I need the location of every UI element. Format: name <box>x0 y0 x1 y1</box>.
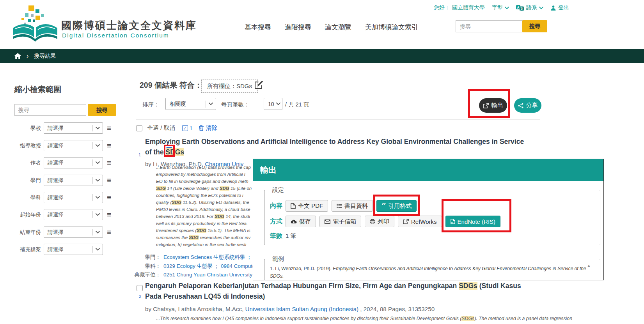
endnote-ris-button[interactable]: R EndNote (RIS) <box>445 216 501 227</box>
subject-select[interactable]: 請選擇 <box>44 192 103 203</box>
translate-icon: A文 <box>516 5 524 11</box>
clear-selection[interactable]: 清除 <box>206 124 218 132</box>
nav-pqdt-index[interactable]: 美加博碩論文索引 <box>365 23 418 32</box>
byline-university-link[interactable]: Universitas Islam Sultan Agung (Indonesi… <box>245 306 358 312</box>
nav-advanced-search[interactable]: 進階搜尋 <box>285 23 311 32</box>
chevron-down-icon <box>96 127 100 129</box>
logo-book-icon <box>12 5 58 42</box>
export-button[interactable]: 輸出 <box>479 98 507 113</box>
abstract-line: empowered by methodologies from Artifici… <box>156 171 252 178</box>
ris-file-icon: R <box>451 219 455 224</box>
svg-text:A: A <box>517 5 519 9</box>
start-year-select[interactable]: 請選擇 <box>44 209 103 220</box>
result-title[interactable]: Employing Earth Observations and Artific… <box>145 136 530 158</box>
export-icon <box>483 103 489 108</box>
meta-value-link[interactable]: Ecosystem Sciences 生態系統科學 ； Engin <box>163 253 267 261</box>
school-select[interactable]: 請選擇 <box>44 122 103 134</box>
modal-title: 輸出 <box>253 159 603 181</box>
supplement-select[interactable]: 請選擇 <box>44 244 103 255</box>
trash-icon[interactable] <box>199 125 204 131</box>
save-button[interactable]: 儲存 <box>286 216 316 227</box>
byline-details: , 2024, 88 Pages, 31353250 <box>358 306 435 312</box>
selected-check-icon: ✓ <box>182 125 188 131</box>
logo[interactable] <box>12 5 58 42</box>
printer-icon <box>370 219 375 224</box>
refine-search-input[interactable] <box>14 104 86 116</box>
chevron-down-icon <box>539 7 543 9</box>
count-label: 筆數 <box>270 232 286 240</box>
chevron-down-icon <box>505 7 509 9</box>
export-modal: 輸出 設定 內容 全文 PDF 書目資料 <box>253 159 604 280</box>
filter-row-subject: 學科 請選擇 ≡ <box>14 192 119 203</box>
per-page-select[interactable]: 10 <box>264 98 282 110</box>
filter-row-end-year: 結束年份 請選擇 ≡ <box>14 227 119 238</box>
filter-row-start-year: 起始年份 請選擇 ≡ <box>14 209 119 220</box>
main-nav: 基本搜尋 進階搜尋 論文瀏覽 美加博碩論文索引 <box>245 23 418 32</box>
scroll-up-icon[interactable]: ▲ <box>587 264 591 267</box>
total-pages: / 共 21 頁 <box>285 101 309 108</box>
method-label: 方式 <box>270 218 286 226</box>
font-size-menu[interactable]: 字型 <box>492 4 509 11</box>
greeting-label: 您好： <box>434 4 450 11</box>
language-menu[interactable]: A文 語系 <box>516 4 543 11</box>
svg-text:R: R <box>451 221 453 224</box>
home-icon[interactable] <box>14 53 21 59</box>
chevron-down-icon <box>209 103 213 105</box>
result-snippet: ...This research examines how LQ45 compa… <box>156 316 572 321</box>
list-menu-icon[interactable]: ≡ <box>107 142 111 149</box>
edit-query-icon[interactable] <box>254 80 263 89</box>
author-select[interactable]: 請選擇 <box>44 157 103 168</box>
chevron-down-icon <box>96 196 100 199</box>
advisor-select[interactable]: 請選擇 <box>44 140 103 151</box>
filter-row-supplement: 補充檔案 請選擇 <box>14 244 119 255</box>
content-label: 內容 <box>270 202 286 210</box>
filter-label: 補充檔案 <box>14 246 41 253</box>
pdf-file-icon <box>291 203 296 209</box>
share-button-label: 分享 <box>526 102 538 109</box>
select-all-checkbox[interactable] <box>136 125 142 131</box>
person-icon <box>550 5 556 11</box>
greeting: 您好： 國立體育大學 <box>434 4 485 11</box>
cloud-download-icon <box>291 219 297 224</box>
header-search-button[interactable]: 搜尋 <box>522 20 547 32</box>
language-menu-label: 語系 <box>526 4 537 11</box>
bibliographic-data-button[interactable]: 書目資料 <box>332 200 373 212</box>
result-abstract: ...Earth Observation (EO) data provides … <box>156 164 252 248</box>
result-title[interactable]: Pengaruh Pelaporan Keberlanjutan Terhada… <box>145 281 523 302</box>
citation-authors: Li, Wenzhao, Ph.D. (2019). <box>275 266 332 271</box>
list-menu-icon[interactable]: ≡ <box>107 124 111 132</box>
print-button[interactable]: 列印 <box>365 216 394 227</box>
meta-value-link[interactable]: 0329 Ecology 生態學 ； 0984 Computer Sc <box>163 262 265 270</box>
abstract-line: summarizes the SDG researches the author… <box>156 234 252 241</box>
share-button[interactable]: 分享 <box>514 98 541 113</box>
export-settings: 設定 內容 全文 PDF 書目資料 <box>264 186 600 245</box>
list-menu-icon[interactable]: ≡ <box>107 159 111 166</box>
logout-link[interactable]: 登出 <box>550 4 569 11</box>
citation-format-button[interactable]: ” 引用格式 <box>376 200 417 212</box>
list-menu-icon[interactable]: ≡ <box>107 228 111 236</box>
result-checkbox[interactable] <box>137 285 143 291</box>
meta-value-link[interactable]: 0251 Chung Yuan Christian University <box>163 271 252 278</box>
email-button[interactable]: 電子信箱 <box>319 216 361 227</box>
sort-select[interactable]: 相關度 <box>165 98 216 110</box>
fulltext-pdf-button[interactable]: 全文 PDF <box>286 200 328 212</box>
chevron-down-icon <box>96 179 100 182</box>
nav-browse[interactable]: 論文瀏覽 <box>325 23 351 32</box>
header-search-input[interactable] <box>456 20 527 32</box>
refworks-button[interactable]: RefWorks <box>398 216 442 227</box>
query-chip: 所有欄位：SDGs <box>201 80 258 93</box>
svg-text:文: 文 <box>520 7 523 11</box>
nav-basic-search[interactable]: 基本搜尋 <box>245 23 271 32</box>
end-year-select[interactable]: 請選擇 <box>44 227 103 238</box>
list-icon <box>337 204 342 208</box>
list-menu-icon[interactable]: ≡ <box>107 211 111 218</box>
site-title-en: Digital Dissertation Consortium <box>62 32 169 39</box>
filter-row-advisor: 指導教授 請選擇 ≡ <box>14 140 119 151</box>
discipline-select[interactable]: 請選擇 <box>44 175 103 186</box>
abstract-line: EO to fill in knowledge gaps and develop… <box>156 178 252 185</box>
abstract-line: between 2013 and 2019. For SDG 14, the s… <box>156 213 252 220</box>
refine-search-button[interactable]: 搜尋 <box>88 104 116 116</box>
list-menu-icon[interactable]: ≡ <box>107 177 111 184</box>
list-menu-icon[interactable]: ≡ <box>107 194 111 201</box>
quote-icon: ” <box>381 203 386 209</box>
